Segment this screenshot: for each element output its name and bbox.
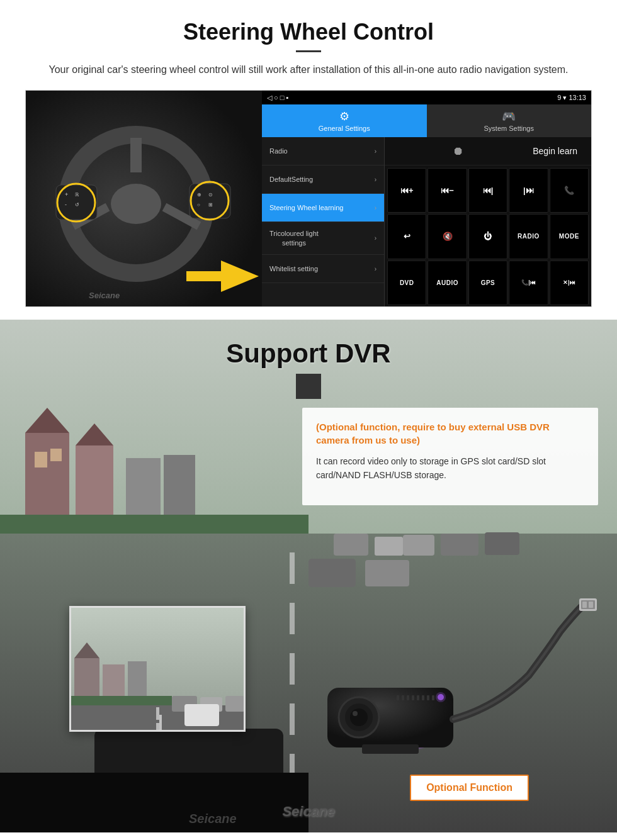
menu-item-radio[interactable]: Radio › [262, 137, 384, 165]
ctrl-radio[interactable]: RADIO [509, 214, 548, 259]
dvr-thumbnail-preview [69, 606, 246, 732]
svg-text:○: ○ [197, 202, 200, 208]
svg-rect-30 [0, 515, 308, 534]
steering-wheel-svg: + ℝ - ↺ ⊕ ⊙ ○ ⊞ Seicane [26, 91, 262, 307]
dvr-info-card: (Optional function, require to buy exter… [302, 408, 598, 505]
svg-rect-60 [432, 695, 434, 700]
dvr-section: Seicane Support DVR (Optional function, … [0, 320, 617, 832]
ctrl-mode[interactable]: MODE [550, 214, 589, 259]
chevron-right-icon: › [375, 148, 376, 155]
menu-item-tricoloured-label: Tricoloured lightsettings [269, 229, 319, 247]
menu-item-default-setting[interactable]: DefaultSetting › [262, 165, 384, 194]
svg-rect-42 [308, 559, 356, 587]
chevron-right-icon-5: › [375, 266, 376, 272]
svg-rect-53 [397, 695, 399, 700]
svg-point-62 [436, 692, 446, 702]
ctrl-mute[interactable]: 🔇 [427, 214, 467, 259]
dvr-title: Support DVR [0, 339, 617, 369]
steering-screenshot: + ℝ - ↺ ⊕ ⊙ ○ ⊞ Seicane [25, 90, 592, 307]
tab-general-label: General Settings [319, 125, 370, 132]
title-divider [296, 50, 321, 52]
control-buttons-grid: ⏮+ ⏮− ⏮| |⏭ 📞 ↩ 🔇 ⏻ RADIO MODE DVD AUDIO… [385, 165, 591, 307]
svg-rect-59 [427, 695, 429, 700]
begin-learn-button[interactable]: Begin learn [525, 142, 585, 160]
ctrl-dvd[interactable]: DVD [387, 260, 426, 305]
steering-right-panel: ⏺ Begin learn ⏮+ ⏮− ⏮| |⏭ 📞 ↩ 🔇 ⏻ [385, 137, 591, 307]
optional-function-badge: Optional Function [410, 775, 529, 801]
dvr-camera-area [296, 593, 598, 770]
ctrl-power[interactable]: ⏻ [468, 214, 507, 259]
ctrl-vol-up[interactable]: ⏮+ [387, 168, 426, 213]
chevron-right-icon-2: › [375, 176, 376, 183]
svg-rect-57 [417, 695, 419, 700]
svg-rect-56 [412, 695, 414, 700]
svg-rect-25 [50, 449, 62, 461]
steering-wheel-photo: + ℝ - ↺ ⊕ ⊙ ○ ⊞ Seicane [26, 91, 262, 307]
ctrl-back[interactable]: ↩ [387, 214, 426, 259]
svg-rect-75 [156, 707, 159, 720]
android-statusbar: ◁ ○ □ ▪ 9 ▾ 13:13 [262, 91, 591, 104]
chevron-right-icon-3: › [375, 204, 376, 211]
ctrl-audio[interactable]: AUDIO [427, 260, 467, 305]
settings-menu-list: Radio › DefaultSetting › Steering Wheel … [262, 137, 385, 307]
svg-rect-76 [156, 723, 159, 732]
svg-text:Seicane: Seicane [89, 291, 120, 300]
tab-system-settings[interactable]: 🎮 System Settings [427, 104, 592, 137]
svg-rect-54 [402, 695, 404, 700]
svg-rect-35 [290, 703, 295, 735]
ctrl-gps[interactable]: GPS [468, 260, 507, 305]
menu-item-tricoloured[interactable]: Tricoloured lightsettings › [262, 222, 384, 255]
svg-text:↺: ↺ [75, 202, 79, 208]
settings-gear-icon: ⚙ [339, 109, 349, 123]
steering-title: Steering Wheel Control [25, 19, 592, 45]
ctrl-vol-down[interactable]: ⏮− [427, 168, 467, 213]
svg-rect-24 [35, 452, 47, 468]
ctrl-phone[interactable]: 📞 [550, 168, 589, 213]
seicane-watermark: Seicane [282, 804, 334, 820]
svg-rect-37 [334, 534, 368, 556]
dvr-optional-text: (Optional function, require to buy exter… [316, 420, 584, 447]
svg-text:⊞: ⊞ [208, 202, 213, 208]
svg-text:⊙: ⊙ [208, 192, 213, 198]
svg-rect-32 [290, 552, 295, 584]
svg-rect-43 [365, 560, 409, 586]
svg-text:Seicane: Seicane [189, 812, 237, 826]
svg-rect-19 [186, 271, 223, 281]
svg-rect-58 [422, 695, 424, 700]
recording-icon-area: ⏺ [391, 145, 525, 158]
android-tabs[interactable]: ⚙ General Settings 🎮 System Settings [262, 104, 591, 137]
svg-point-5 [111, 184, 161, 224]
ctrl-prev-track[interactable]: ⏮| [468, 168, 507, 213]
menu-item-steering-label: Steering Wheel learning [269, 203, 343, 212]
chevron-right-icon-4: › [375, 235, 376, 242]
ctrl-x-next[interactable]: ✕|⏭ [550, 260, 589, 305]
svg-rect-33 [290, 603, 295, 634]
svg-rect-41 [485, 532, 519, 555]
svg-point-52 [353, 711, 358, 716]
svg-rect-40 [441, 534, 478, 556]
menu-item-default-label: DefaultSetting [269, 175, 313, 184]
svg-rect-34 [290, 653, 295, 685]
svg-text:⊕: ⊕ [197, 192, 201, 198]
menu-item-whitelist[interactable]: Whitelist setting › [262, 255, 384, 283]
tab-general-settings[interactable]: ⚙ General Settings [262, 104, 427, 137]
system-icon: 🎮 [502, 109, 516, 123]
menu-item-steering-wheel[interactable]: Steering Wheel learning › [262, 194, 384, 222]
svg-rect-55 [407, 695, 409, 700]
tab-system-label: System Settings [484, 125, 534, 132]
dvr-description-text: It can record video only to storage in G… [316, 454, 584, 483]
dvr-camera-svg [296, 593, 598, 770]
menu-item-whitelist-label: Whitelist setting [269, 264, 318, 273]
ctrl-phone-prev[interactable]: 📞|⏮ [509, 260, 548, 305]
svg-rect-63 [362, 744, 419, 754]
svg-rect-66 [582, 602, 587, 608]
steering-section: Steering Wheel Control Your original car… [0, 0, 617, 320]
svg-text:+: + [65, 191, 68, 198]
record-icon: ⏺ [453, 145, 464, 158]
svg-point-51 [350, 708, 368, 726]
nav-icons: ◁ ○ □ ▪ [267, 94, 288, 102]
svg-rect-79 [225, 696, 244, 712]
begin-learn-row: ⏺ Begin learn [385, 137, 591, 165]
status-time: 9 ▾ 13:13 [557, 94, 586, 102]
ctrl-next-track[interactable]: |⏭ [509, 168, 548, 213]
